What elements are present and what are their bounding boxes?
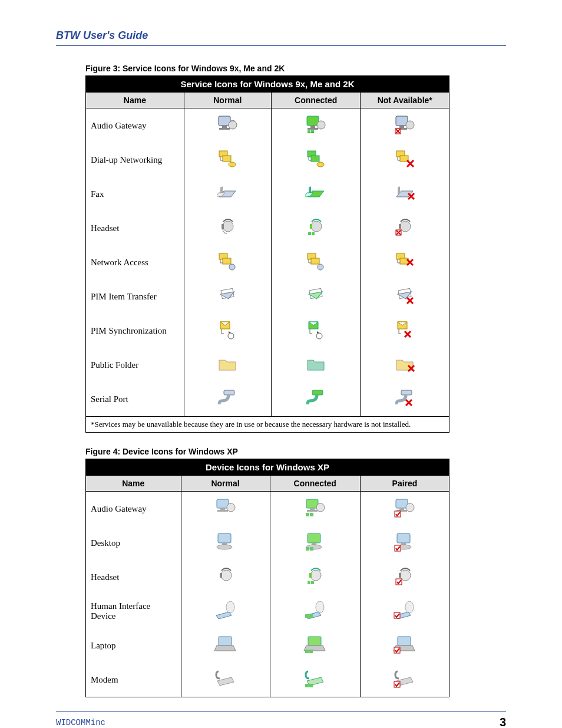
folder-connected-icon [305,355,326,375]
svg-rect-116 [399,573,401,578]
figure3-col-notavailable: Not Available* [361,93,449,108]
xp-headset-connected-icon [305,566,325,588]
svg-rect-39 [310,224,312,229]
svg-point-52 [318,264,323,270]
fax-normal-icon [217,184,238,204]
figure4-col-connected: Connected [270,476,360,492]
table-row: Headset [86,560,449,594]
audio-gateway-connected-icon: →← [305,114,326,137]
svg-rect-103 [306,547,309,551]
audio-gateway-normal-icon [217,114,238,137]
xp-audiogw-normal-icon [214,497,237,521]
xp-hid-paired-icon [393,601,416,621]
svg-point-3 [229,121,237,129]
dialup-normal-icon [217,149,238,171]
dialup-na-icon [394,149,415,171]
folder-na-icon [394,355,415,375]
xp-modem-paired-icon [393,669,416,690]
row-name: Fax [86,177,184,211]
figure3-footnote-row: *Services may be unavailable because the… [86,417,449,433]
table-row: Audio Gateway [86,492,449,526]
svg-rect-33 [398,186,400,194]
footer-company: WIDCOMMinc [56,718,105,727]
svg-rect-41 [312,232,315,235]
xp-laptop-normal-icon [214,634,237,657]
figure3-col-connected: Connected [271,93,361,108]
svg-point-122 [405,601,414,613]
svg-rect-108 [395,545,401,551]
serial-connected-icon [305,388,326,410]
figure4-col-paired: Paired [360,476,449,492]
table-row: Laptop [86,628,449,663]
svg-rect-88 [307,510,318,512]
svg-rect-51 [311,258,319,264]
document-header: BTW User's Guide [56,29,506,46]
row-name: Audio Gateway [86,492,181,526]
table-row: Serial Port [86,382,449,417]
pim-transfer-connected-icon [305,286,326,307]
svg-point-85 [227,503,235,512]
fax-connected-icon [305,184,326,204]
svg-rect-123 [394,612,400,618]
pim-transfer-na-icon [394,286,415,307]
svg-rect-131 [309,684,313,687]
svg-rect-105 [397,533,410,543]
svg-point-111 [310,570,321,581]
svg-rect-87 [310,508,315,510]
svg-rect-2 [219,128,230,130]
svg-rect-130 [305,684,309,687]
svg-rect-114 [311,581,314,584]
network-na-icon [394,251,415,274]
folder-normal-icon [217,355,238,375]
table-row: PIM Synchronization [86,314,449,348]
svg-rect-97 [218,533,231,543]
table-row: Fax [86,177,449,211]
svg-point-49 [229,264,235,270]
figure4-table-title: Device Icons for Windows XP [86,459,449,476]
figure3-table-title: Service Icons for Windows 9x, Me and 2K [86,76,449,93]
figure4-col-normal: Normal [181,476,270,492]
row-name: Dial-up Networking [86,143,184,177]
svg-rect-112 [309,573,312,578]
svg-rect-127 [309,650,313,653]
row-name: Public Folder [86,348,184,382]
pim-transfer-normal-icon [217,286,238,307]
svg-rect-113 [308,581,310,584]
svg-point-15 [406,121,414,129]
table-row: Headset [86,211,449,245]
svg-point-119 [316,601,324,613]
svg-rect-79 [401,390,412,395]
figure3-caption: Figure 3: Service Icons for Windows 9x, … [85,64,506,73]
xp-audiogw-paired-icon [394,497,416,521]
svg-rect-100 [308,533,320,543]
figure4-caption: Figure 4: Device Icons for Windows XP [85,447,506,456]
xp-modem-normal-icon [214,669,237,690]
row-name: Network Access [86,245,184,279]
svg-rect-77 [224,390,234,395]
svg-rect-90 [306,513,309,516]
svg-rect-124 [219,637,232,645]
xp-hid-connected-icon [303,601,327,621]
svg-rect-1 [222,126,227,128]
figure3-footnote: *Services may be unavailable because the… [86,417,449,433]
svg-rect-93 [399,508,404,510]
fax-na-icon [394,184,415,204]
table-row: Modem [86,663,449,697]
svg-point-95 [406,503,414,512]
svg-rect-13 [399,126,404,128]
row-name: Modem [86,663,181,697]
table-row: Desktop [86,526,449,560]
svg-rect-43 [399,224,401,229]
svg-point-36 [223,221,233,232]
table-row: Dial-up Networking [86,143,449,177]
dialup-connected-icon [305,149,326,171]
table-row: PIM Item Transfer [86,279,449,314]
svg-rect-5 [310,126,315,128]
xp-hid-normal-icon [214,601,237,621]
svg-rect-83 [220,508,225,510]
xp-desktop-paired-icon [394,531,416,555]
svg-point-42 [400,221,411,232]
row-name: Laptop [86,628,181,663]
svg-rect-91 [310,513,313,516]
svg-point-38 [311,221,322,232]
